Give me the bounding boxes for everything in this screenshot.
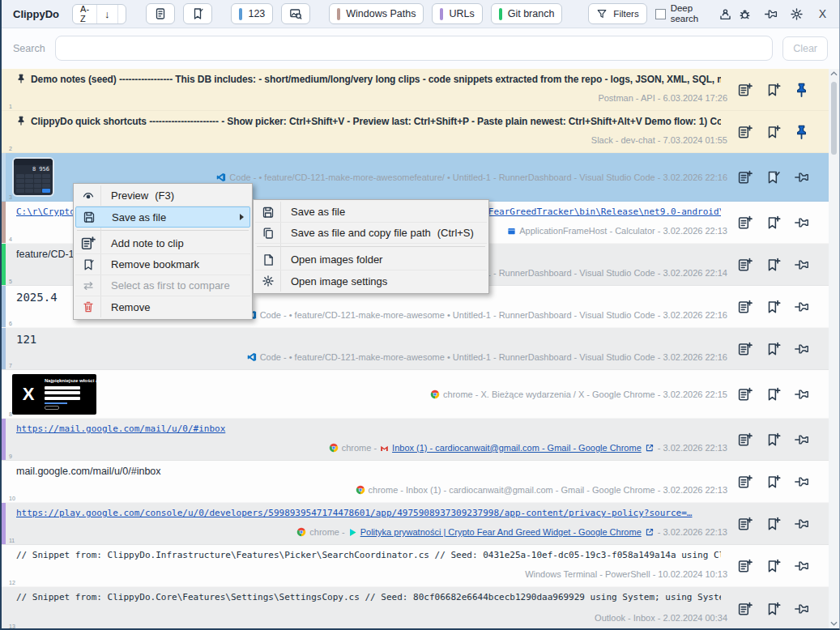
user-tray-button[interactable]: [718, 7, 732, 21]
clip-link-text[interactable]: https://mail.google.com/mail/u/0/#inbox: [16, 424, 225, 434]
menu-item-save-as-file[interactable]: Save as file: [255, 202, 487, 223]
clip-row-7[interactable]: 7121Code - • feature/CD-121-make-more-aw…: [2, 328, 829, 370]
add-note-button[interactable]: [737, 124, 753, 139]
add-bookmark-button[interactable]: [765, 215, 781, 230]
add-note-button[interactable]: [737, 386, 753, 402]
clip-content: mail.google.com/mail/u/0/#inbox: [16, 466, 721, 477]
add-bookmark-button[interactable]: [765, 124, 781, 139]
clip-row-9[interactable]: 9https://mail.google.com/mail/u/0/#inbox…: [2, 419, 829, 461]
clip-link-text[interactable]: https://play.google.com/console/u/0/deve…: [16, 508, 692, 518]
menu-item-open-images-folder[interactable]: Open images folder: [255, 249, 487, 270]
clip-row-11[interactable]: 11https://play.google.com/console/u/0/de…: [2, 503, 829, 545]
clip-row-1[interactable]: 1Demo notes (seed) ----------------- Thi…: [2, 69, 829, 111]
git-branch-filter-button[interactable]: Git branch: [491, 3, 563, 24]
clip-row-8[interactable]: 8 X Najpiękniejsze włości ze świata chro…: [2, 370, 829, 419]
pin-clip-button[interactable]: [794, 299, 809, 314]
pin-clip-button[interactable]: [794, 558, 809, 573]
add-note-button[interactable]: [737, 474, 753, 489]
sort-az-button[interactable]: A-Z: [73, 5, 97, 23]
pin-clip-button[interactable]: [794, 341, 809, 356]
add-note-button[interactable]: [737, 169, 753, 185]
source-window-link[interactable]: Inbox (1) - cardiocanwait@gmail.com - Gm…: [392, 443, 642, 453]
clip-row-10[interactable]: 10mail.google.com/mail/u/0/#inboxchrome …: [2, 461, 829, 503]
pin-clip-button[interactable]: [794, 257, 809, 272]
menu-item-shortcut: (F3): [155, 189, 174, 202]
scroll-up-icon[interactable]: [830, 71, 838, 76]
add-bookmark-button[interactable]: [765, 516, 781, 531]
sort-ascending-button[interactable]: ↑: [118, 5, 126, 23]
menu-item-add-note-to-clip[interactable]: Add note to clip: [75, 233, 250, 254]
add-note-button[interactable]: [737, 82, 753, 97]
sort-descending-button[interactable]: ↓: [97, 5, 118, 23]
add-bookmark-button[interactable]: [765, 432, 781, 447]
windows-paths-filter-button[interactable]: Windows Paths: [329, 3, 424, 24]
menu-item-remove-bookmark[interactable]: Remove bookmark: [75, 254, 250, 275]
clear-search-button[interactable]: Clear: [782, 36, 828, 61]
add-bookmark-button[interactable]: [765, 558, 781, 573]
pin-clip-button[interactable]: [794, 432, 809, 447]
pin-clip-button[interactable]: [794, 474, 809, 489]
add-note-button[interactable]: [737, 257, 753, 272]
add-bookmark-button[interactable]: [765, 299, 781, 314]
add-note-button[interactable]: [737, 558, 753, 573]
submenu-arrow-icon: [240, 214, 244, 220]
numbers-filter-button[interactable]: 123: [231, 3, 273, 24]
menu-item-save-as-file-and-copy-file-path[interactable]: Save as file and copy file path(Ctrl+S): [255, 223, 487, 244]
scroll-down-icon[interactable]: [830, 621, 838, 626]
pin-clip-button[interactable]: [794, 386, 809, 402]
add-note-button[interactable]: [737, 341, 753, 356]
calculator-thumbnail[interactable]: 8 956: [12, 157, 54, 197]
add-bookmark-button[interactable]: [765, 82, 781, 97]
add-bookmark-button[interactable]: [765, 601, 781, 616]
menu-item-preview[interactable]: Preview(F3): [75, 185, 250, 206]
pin-clip-button[interactable]: [794, 516, 809, 531]
source-meta: Windows Terminal - PowerShell - 10.02.20…: [525, 569, 727, 579]
bug-report-button[interactable]: [738, 7, 752, 21]
bookmarked-button[interactable]: [765, 169, 781, 185]
scrollbar[interactable]: [829, 69, 839, 628]
deep-search-checkbox[interactable]: [655, 9, 666, 19]
bookmarks-filter-button[interactable]: [183, 3, 212, 24]
menu-item-select-as-first-to-compare[interactable]: Select as first to compare: [75, 275, 250, 296]
clip-row-12[interactable]: 12// Snippet from: ClippyDo.Infrastructu…: [2, 545, 829, 587]
add-note-button[interactable]: [737, 299, 753, 314]
images-filter-button[interactable]: [281, 3, 310, 24]
add-note-button[interactable]: [737, 601, 753, 616]
add-bookmark-button[interactable]: [765, 386, 781, 402]
close-button[interactable]: X: [816, 7, 829, 20]
vscode-icon-wrap: [216, 172, 226, 182]
menu-item-remove[interactable]: Remove: [75, 296, 250, 317]
clip-row-13[interactable]: 13// Snippet from: ClippyDo.Core\Feature…: [2, 587, 829, 630]
numbers-filter-label: 123: [248, 8, 265, 19]
add-bookmark-button[interactable]: [765, 341, 781, 356]
pin-clip-button[interactable]: [794, 169, 809, 185]
clip-row-2[interactable]: 2ClippyDo quick shortcuts --------------…: [2, 111, 829, 153]
add-note-button[interactable]: [737, 432, 753, 447]
calc-display-text: 8 956: [14, 165, 53, 174]
clip-content: Demo notes (seed) ----------------- This…: [16, 74, 721, 85]
menu-item-save-as-file[interactable]: Save as file: [75, 206, 250, 228]
add-note-button[interactable]: [737, 215, 753, 230]
add-bookmark-button[interactable]: [765, 257, 781, 272]
add-bookmark-button[interactable]: [765, 474, 781, 489]
unpin-clip-button[interactable]: [794, 124, 809, 139]
notes-filter-button[interactable]: [146, 3, 175, 24]
search-input[interactable]: [55, 36, 774, 61]
menu-item-open-image-settings[interactable]: Open image settings: [255, 270, 487, 292]
unpin-clip-button[interactable]: [794, 82, 809, 97]
pin-filled-icon: [794, 82, 809, 97]
settings-button[interactable]: [790, 7, 804, 21]
add-note-button[interactable]: [737, 516, 753, 531]
scrollbar-thumb[interactable]: [831, 82, 837, 155]
add-bookmark-icon: [765, 215, 781, 230]
clip-text: mail.google.com/mail/u/0/#inbox: [16, 466, 161, 477]
source-meta: Code - • feature/CD-121-make-more-awesom…: [247, 310, 727, 320]
x-post-thumbnail[interactable]: X Najpiękniejsze włości ze świata: [12, 374, 96, 415]
pin-window-button[interactable]: [764, 7, 778, 21]
row-actions: [737, 474, 809, 489]
source-window-link[interactable]: Polityka prywatności | Crypto Fear And G…: [360, 527, 642, 537]
pin-clip-button[interactable]: [794, 215, 809, 230]
filters-button[interactable]: Filters: [588, 3, 646, 24]
urls-filter-button[interactable]: URLs: [432, 3, 482, 24]
pin-clip-button[interactable]: [794, 601, 809, 616]
